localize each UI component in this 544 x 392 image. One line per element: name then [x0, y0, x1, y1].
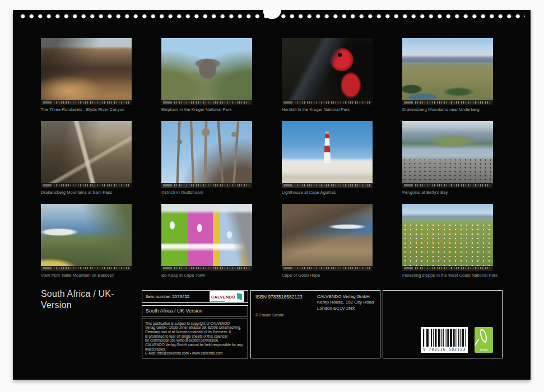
mini-calendar-strip [41, 100, 132, 105]
thumbnail-november: Cape of Good Hope [282, 204, 373, 278]
photo-cape-good-hope [282, 204, 373, 271]
mini-calendar-strip [402, 100, 493, 105]
thumbnail-caption: The Three Rondavels - Blyde River Canyon [41, 107, 132, 112]
thumbnail-caption: Ostrich in Oudtshoorn [161, 190, 252, 195]
mini-calendar-strip [41, 266, 132, 271]
info-middle-column: ISBN 9783516582123 CALVENDO Verlag GmbH … [250, 290, 380, 358]
item-number-cell: Item number 2073455 CALVENDO [142, 290, 248, 303]
thumbnail-june: Ostrich in Oudtshoorn [161, 121, 252, 195]
photo-lighthouse [282, 121, 373, 188]
calvendo-logo-tagline-bar [211, 301, 225, 302]
thumbnail-caption: Elephant in the Kruger National Park [161, 107, 252, 112]
thumbnail-august: Penguins at Betty's Bay [402, 121, 493, 195]
thumbnail-april: Drakensberg Mountains near Underberg [402, 38, 493, 112]
thumbnail-march: Hornbill in the Kruger National Park [282, 38, 373, 112]
calvendo-logo-text: CALVENDO [211, 295, 235, 300]
mini-calendar-strip [41, 183, 132, 188]
mini-calendar-strip [282, 266, 373, 271]
barcode-bars [423, 329, 466, 347]
photo-elephant [161, 38, 252, 105]
thumbnail-caption: Lighthouse at Cape Agulhas [282, 190, 373, 195]
eco-label: eco [475, 348, 493, 352]
calvendo-logo-mark-icon [237, 293, 242, 300]
mini-calendar-strip [402, 183, 493, 188]
month-thumbnail-grid: The Three Rondavels - Blyde River Canyon… [41, 38, 493, 278]
photo-drakensberg-underberg [402, 38, 493, 105]
thumbnail-october: Bo-Kaap in Cape Town [161, 204, 252, 278]
photo-flowering-steppe [402, 204, 493, 271]
barcode-digits: 9 783516 582123 [423, 347, 466, 352]
mini-calendar-strip [161, 100, 252, 105]
photo-bo-kaap [161, 204, 252, 271]
photo-ostrich [161, 121, 252, 188]
calvendo-logo: CALVENDO [210, 291, 244, 302]
thumbnail-caption: Flowering steppe in the West Coast Natio… [402, 273, 493, 278]
photo-three-rondavels [41, 38, 132, 105]
legal-text-cell: This publication is subject to copyright… [142, 319, 248, 359]
thumbnail-caption: Drakensberg Mountains near Underberg [402, 107, 493, 112]
thumbnail-may: Drakensberg Mountains at Sani Pass [41, 121, 132, 195]
info-right-column: 9 783516 582123 eco [383, 290, 503, 358]
mini-calendar-strip [161, 266, 252, 271]
publisher-address: CALVENDO Verlag GmbH Kemp House, 152 Cit… [317, 294, 374, 311]
eco-leaf-icon [477, 328, 489, 343]
hanger-notch [263, 1, 281, 19]
calendar-back-cover-page: The Three Rondavels - Blyde River Canyon… [13, 10, 531, 380]
item-number: Item number 2073455 [146, 294, 189, 299]
calendar-title: South Africa / UK-Version [41, 288, 142, 310]
photo-sani-pass [41, 121, 132, 188]
photo-hornbill [282, 38, 373, 105]
ean-barcode: 9 783516 582123 [421, 327, 468, 353]
thumbnail-caption: Drakensberg Mountains at Sani Pass [41, 190, 132, 195]
publisher-info-panel: Item number 2073455 CALVENDO South Afric… [142, 290, 503, 358]
barcode-block: 9 783516 582123 eco [421, 327, 493, 353]
thumbnail-july: Lighthouse at Cape Agulhas [282, 121, 373, 195]
thumbnail-caption: View from Table Mountain on Bakoven [41, 273, 132, 278]
flower-dots [402, 223, 493, 271]
thumbnail-caption: Penguins at Betty's Bay [402, 190, 493, 195]
thumbnail-caption: Bo-Kaap in Cape Town [161, 273, 252, 278]
mini-calendar-strip [282, 100, 373, 105]
mini-calendar-strip [161, 183, 252, 188]
photo-table-mountain [41, 204, 132, 271]
eco-logo: eco [475, 327, 493, 353]
thumbnail-caption: Hornbill in the Kruger National Park [282, 107, 373, 112]
thumbnail-december: Flowering steppe in the West Coast Natio… [402, 204, 493, 278]
lighthouse-tower [324, 131, 331, 164]
mini-calendar-strip [402, 266, 493, 271]
thumbnail-february: Elephant in the Kruger National Park [161, 38, 252, 112]
info-left-column: Item number 2073455 CALVENDO South Afric… [142, 290, 248, 358]
thumbnail-january: The Three Rondavels - Blyde River Canyon [41, 38, 132, 112]
photographer-credit: © Frauke Scholz [255, 313, 283, 317]
mini-calendar-strip [282, 183, 373, 188]
calendar-title-cell: South Africa / UK-Version [142, 305, 248, 316]
thumbnail-september: View from Table Mountain on Bakoven [41, 204, 132, 278]
calvendo-logo-wordmark: CALVENDO [211, 291, 235, 302]
thumbnail-caption: Cape of Good Hope [282, 273, 373, 278]
photo-penguins [402, 121, 493, 188]
